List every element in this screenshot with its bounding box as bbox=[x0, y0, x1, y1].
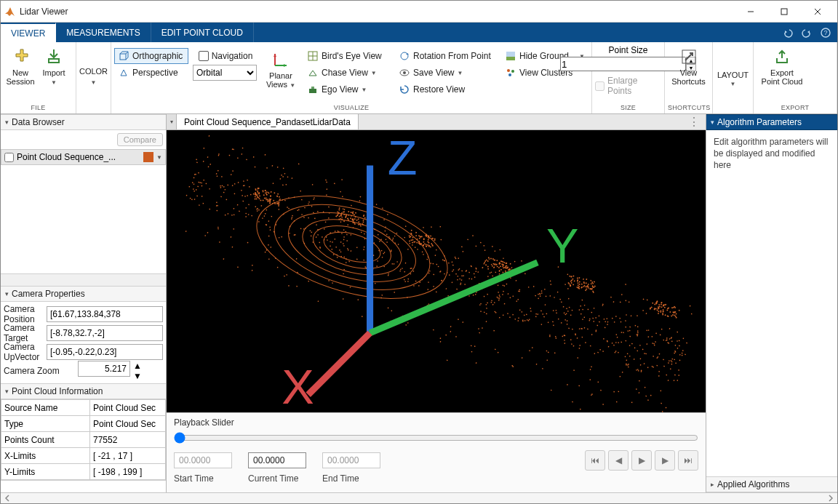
camera-position-input[interactable] bbox=[47, 306, 163, 322]
cube-icon bbox=[118, 50, 129, 62]
clusters-icon bbox=[505, 67, 516, 79]
svg-rect-18 bbox=[506, 57, 515, 60]
window-title: Lidar Viewer bbox=[20, 7, 734, 17]
item-checkbox[interactable] bbox=[4, 153, 14, 162]
matlab-icon bbox=[4, 6, 15, 17]
camera-target-input[interactable] bbox=[47, 325, 163, 341]
chevron-down-icon: ▼ bbox=[371, 70, 377, 76]
svg-rect-14 bbox=[311, 87, 314, 89]
document-tab[interactable]: Point Cloud Sequence_PandasetLidarData bbox=[177, 114, 359, 129]
view-shortcuts-button[interactable]: View Shortcuts bbox=[668, 44, 709, 86]
table-row: X-Limits[ -21 , 17 ] bbox=[1, 448, 166, 464]
plus-icon bbox=[10, 47, 31, 67]
restore-view-button[interactable]: Restore View bbox=[395, 81, 497, 97]
import-icon bbox=[44, 47, 64, 67]
camera-properties-header[interactable]: ▾Camera Properties bbox=[1, 286, 166, 302]
pc-info-hscroll[interactable] bbox=[1, 480, 166, 492]
end-time-box: 00.0000 bbox=[322, 452, 380, 468]
data-browser-hscroll[interactable] bbox=[1, 273, 166, 286]
zoom-down[interactable]: ▼ bbox=[133, 371, 142, 381]
ego-view-button[interactable]: Ego View ▼ bbox=[303, 81, 391, 97]
minimize-button[interactable] bbox=[734, 1, 767, 22]
svg-text:Y: Y bbox=[546, 219, 578, 273]
perspective-button[interactable]: Perspective bbox=[114, 65, 188, 81]
shortcuts-icon bbox=[679, 47, 699, 67]
navigation-mode-select[interactable]: Orbital bbox=[193, 65, 257, 81]
goto-end-button[interactable]: ⏭ bbox=[678, 450, 698, 471]
playback-slider[interactable] bbox=[174, 432, 698, 444]
eye-icon bbox=[399, 67, 410, 79]
camera-upvector-input[interactable] bbox=[47, 344, 163, 360]
camera-target-label: Camera Target bbox=[1, 323, 47, 343]
play-button[interactable]: ▶ bbox=[631, 450, 652, 471]
tab-overflow[interactable]: ⋮ bbox=[682, 114, 706, 129]
zoom-up[interactable]: ▲ bbox=[133, 361, 142, 371]
planar-views-button[interactable]: Planar Views ▼ bbox=[263, 47, 299, 90]
point-cloud-viewport[interactable]: Z Y X bbox=[167, 130, 706, 412]
layout-label: LAYOUT bbox=[717, 71, 749, 79]
svg-line-1292 bbox=[370, 263, 538, 333]
toolstrip-tabs: VIEWER MEASUREMENTS EDIT POINT CLOUD ? bbox=[1, 23, 837, 42]
undo-button[interactable] bbox=[779, 25, 797, 40]
group-label-shortcuts: SHORTCUTS bbox=[668, 103, 709, 113]
info-value: [ -198 , 199 ] bbox=[90, 464, 166, 480]
chevron-down-icon[interactable]: ▼ bbox=[156, 154, 162, 161]
import-label: Import▼ bbox=[42, 68, 65, 87]
layout-button[interactable]: LAYOUT▼ bbox=[716, 59, 750, 87]
svg-rect-19 bbox=[506, 52, 515, 57]
axes-gizmo: Z Y X bbox=[167, 130, 706, 412]
svg-rect-13 bbox=[309, 89, 316, 93]
pc-info-header[interactable]: ▾Point Cloud Information bbox=[1, 383, 166, 399]
tab-dropdown[interactable]: ▾ bbox=[167, 114, 177, 129]
new-session-button[interactable]: New Session bbox=[4, 44, 37, 86]
redo-button[interactable] bbox=[798, 25, 815, 40]
current-time-box[interactable]: 00.0000 bbox=[248, 452, 306, 468]
group-label-size: SIZE bbox=[595, 103, 661, 113]
svg-text:Z: Z bbox=[388, 131, 418, 185]
navigation-button[interactable]: Navigation bbox=[193, 48, 258, 64]
save-view-button[interactable]: Save View ▼ bbox=[395, 65, 497, 81]
data-browser-item[interactable]: Point Cloud Sequence_... ▼ bbox=[1, 149, 166, 165]
camera-zoom-input[interactable] bbox=[78, 361, 130, 377]
chase-view-button[interactable]: Chase View ▼ bbox=[303, 65, 391, 81]
cube-persp-icon bbox=[118, 67, 129, 79]
tab-viewer[interactable]: VIEWER bbox=[1, 23, 56, 42]
cursor-icon bbox=[199, 51, 209, 61]
color-button[interactable]: COLOR ▼ bbox=[79, 58, 108, 89]
tab-measurements[interactable]: MEASUREMENTS bbox=[56, 23, 151, 42]
color-swatch[interactable] bbox=[143, 152, 153, 162]
enlarge-points-checkbox[interactable]: Enlarge Points bbox=[595, 76, 661, 96]
import-button[interactable]: Import▼ bbox=[37, 44, 71, 87]
chevron-down-icon: ▼ bbox=[51, 79, 57, 86]
birds-eye-button[interactable]: Bird's Eye View bbox=[303, 48, 391, 64]
step-back-button[interactable]: ◀ bbox=[608, 450, 628, 471]
export-point-cloud-button[interactable]: Export Point Cloud bbox=[757, 44, 807, 86]
step-forward-button[interactable]: ▶ bbox=[655, 450, 675, 471]
close-button[interactable] bbox=[801, 1, 834, 22]
algorithm-parameters-header[interactable]: ▾Algorithm Parameters bbox=[706, 114, 837, 130]
camera-upvector-label: Camera UpVector bbox=[1, 342, 47, 362]
playback-title: Playback Slider bbox=[174, 417, 698, 428]
svg-rect-6 bbox=[49, 59, 59, 63]
maximize-button[interactable] bbox=[767, 1, 801, 22]
applied-algorithms-header[interactable]: ▸Applied Algorithms bbox=[706, 476, 837, 492]
tab-editpc[interactable]: EDIT POINT CLOUD bbox=[151, 23, 254, 42]
camera-zoom-label: Camera Zoom bbox=[1, 366, 78, 376]
color-label: COLOR bbox=[79, 67, 108, 76]
svg-line-1294 bbox=[308, 333, 370, 395]
chevron-down-icon: ▾ bbox=[5, 290, 9, 297]
scroll-right-icon[interactable] bbox=[826, 493, 836, 503]
help-button[interactable]: ? bbox=[817, 25, 834, 40]
orthographic-button[interactable]: Orthographic bbox=[114, 48, 188, 64]
compare-button[interactable]: Compare bbox=[117, 133, 163, 146]
document-tabbar: ▾ Point Cloud Sequence_PandasetLidarData… bbox=[167, 114, 706, 130]
rotation-from-point-button[interactable]: Rotation From Point bbox=[395, 48, 497, 64]
goto-start-button[interactable]: ⏮ bbox=[585, 450, 605, 471]
table-row: Source NamePoint Cloud Sec bbox=[1, 400, 166, 416]
scroll-left-icon[interactable] bbox=[2, 493, 12, 503]
data-browser-header[interactable]: ▾Data Browser bbox=[1, 114, 166, 130]
info-value: [ -21 , 17 ] bbox=[90, 448, 166, 464]
main-area: ▾Data Browser Compare Point Cloud Sequen… bbox=[1, 114, 837, 492]
left-pane: ▾Data Browser Compare Point Cloud Sequen… bbox=[1, 114, 167, 492]
info-value: Point Cloud Sec bbox=[90, 416, 166, 432]
